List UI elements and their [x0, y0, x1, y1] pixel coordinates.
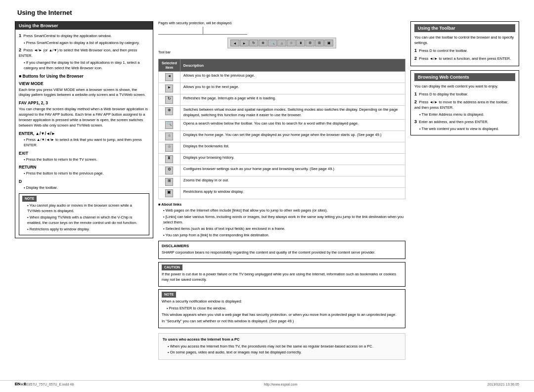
desc-cell-8: Configures browser settings such as your…	[180, 165, 405, 176]
enter-text: Press ▲/▼/◄/► to select a link that you …	[19, 137, 149, 148]
page-footer: LC-80LE857U_757U_657U_E.indd 48 http://w…	[0, 380, 534, 386]
icon-cell-9: ⊞	[159, 176, 180, 188]
table-row: ⚙ Configures browser settings such as yo…	[159, 165, 405, 176]
middle-column: Pages with security protection, will be …	[158, 21, 405, 360]
step1-bullet: Press SmartCentral again to display a li…	[19, 41, 149, 46]
bottom-bullet-1: On some pages, video and audio, text or …	[163, 350, 401, 355]
d-text: Display the toolbar.	[19, 185, 149, 191]
toolbar-section-title: Using the Toolbar	[414, 24, 515, 32]
footer-center: http://www.espial.com	[74, 383, 488, 386]
icon-cell-7: ⧗	[159, 154, 180, 165]
row-icon-6: ☆	[165, 144, 173, 152]
toolbar-step2: 2 Press ◄/► to select a function, and th…	[414, 55, 515, 62]
left-note-title: NOTE	[22, 196, 37, 202]
about-link-1: [Links] can take various forms, includin…	[158, 215, 405, 225]
note-bullet-0: You cannot play audio or movies in the b…	[22, 203, 146, 214]
icon-cell-2: ↻	[159, 94, 180, 106]
step2-num: 2	[19, 47, 21, 52]
mid-note-text2: This window appears when you visit a web…	[162, 312, 402, 318]
desc-cell-3: Switches between virtual mouse and spati…	[180, 106, 405, 120]
row-icon-1: ►	[165, 85, 173, 92]
step1-text: 1 Press SmartCentral to display the appl…	[19, 33, 149, 39]
tb-bookmark-icon[interactable]: ☆	[287, 40, 296, 46]
mid-note-title: NOTE	[162, 292, 176, 298]
row-icon-5: ⌂	[165, 132, 173, 140]
tb-back-icon[interactable]: ◄	[230, 40, 239, 46]
toolbar-intro: You can use the toolbar to control the b…	[414, 35, 515, 46]
browser-section: Using the Browser 1 Press SmartCentral t…	[15, 21, 153, 238]
footer-right: 2013/02/21 13:36:05	[488, 383, 519, 386]
desc-cell-4: Opens a search window below the toolbar.…	[180, 120, 405, 131]
note-bullet-1: When displaying TV/Web with a channel in…	[22, 215, 146, 226]
table-header-selected: Selected item	[159, 59, 180, 72]
about-link-0: Web pages on the Internet often include …	[158, 208, 405, 214]
row-icon-7: ⧗	[165, 155, 173, 163]
table-row: ▣ Restrictions apply to window display.	[159, 188, 405, 199]
bottom-bullet-0: When you access the Internet from this T…	[163, 344, 401, 349]
icon-cell-8: ⚙	[159, 165, 180, 176]
main-content: Using the Browser 1 Press SmartCentral t…	[15, 21, 519, 360]
icon-cell-1: ►	[159, 83, 180, 94]
desc-cell-9: Zooms the display in or out.	[180, 176, 405, 188]
about-link-2: Selected items (such as links of text in…	[158, 226, 405, 232]
toolbar-step1: 1 Press D to control the toolbar.	[414, 47, 515, 54]
table-row: ⊞ Zooms the display in or out.	[159, 176, 405, 188]
about-link-3: You can jump from a [link] to the corres…	[158, 233, 405, 238]
step2-bullet: If you changed the display to the list o…	[19, 60, 149, 71]
icon-cell-3: ⊕	[159, 106, 180, 120]
desc-cell-5: Displays the home page. You can set the …	[180, 131, 405, 142]
tb-history-icon[interactable]: ⧗	[296, 40, 305, 46]
browsing-step2-bullet: The Enter Address menu is displayed.	[414, 112, 515, 118]
tb-window-icon[interactable]: ▣	[324, 40, 333, 46]
mid-note-text0: When a security notification window is d…	[162, 299, 402, 305]
toolbar-right-section: Using the Toolbar You can use the toolba…	[410, 21, 519, 66]
row-icon-10: ▣	[165, 189, 173, 197]
icon-cell-5: ⌂	[159, 131, 180, 142]
table-row: ⊕ Switches between virtual mouse and spa…	[159, 106, 405, 120]
browsing-step3: 3 Enter an address, and then press ENTER…	[414, 119, 515, 125]
mid-note-box: NOTE When a security notification window…	[158, 289, 405, 328]
security-note: Pages with security protection, will be …	[158, 21, 405, 25]
table-header-description: Description	[180, 59, 405, 72]
left-column: Using the Browser 1 Press SmartCentral t…	[15, 21, 153, 360]
tb-refresh-icon[interactable]: ↻	[249, 40, 258, 46]
page: Using the Internet Using the Browser 1 P…	[0, 0, 534, 392]
mid-note-text3: In "Security" you can set whether or not…	[162, 319, 402, 324]
step1-num: 1	[19, 33, 21, 38]
bottom-box-title: To users who access the Internet from a …	[163, 337, 401, 342]
tb-home-icon[interactable]: ⌂	[277, 40, 286, 46]
tb-zoom-icon[interactable]: ⊞	[315, 40, 324, 46]
enter-heading: ENTER, ▲/▼/◄/►	[19, 131, 149, 136]
tb-search-icon[interactable]: 🔍	[268, 40, 277, 46]
note-bullet-2: Restrictions apply to window display.	[22, 227, 146, 232]
icon-cell-0: ◄	[159, 72, 180, 83]
fav-app-heading: FAV APP1, 2, 3	[19, 100, 149, 105]
table-row: ☆ Displays the bookmarks list.	[159, 142, 405, 154]
right-column: Using the Toolbar You can use the toolba…	[410, 21, 519, 360]
desc-cell-6: Displays the bookmarks list.	[180, 142, 405, 154]
fav-app-text: You can change the screen display method…	[19, 107, 149, 129]
table-row: 🔍 Opens a search window below the toolba…	[159, 120, 405, 131]
disclaimer-box: DISCLAIMERS SHARP corporation bears no r…	[158, 241, 405, 259]
table-row: ⧗ Displays your browsing history.	[159, 154, 405, 165]
row-icon-2: ↻	[165, 96, 173, 104]
desc-cell-1: Allows you to go to the next page.	[180, 83, 405, 94]
desc-cell-2: Refreshes the page. Interrupts a page wh…	[180, 94, 405, 106]
row-icon-0: ◄	[165, 73, 173, 81]
tb-fwd-icon[interactable]: ►	[240, 40, 249, 46]
table-row: ◄ Allows you to go back to the previous …	[159, 72, 405, 83]
browser-section-title: Using the Browser	[15, 22, 153, 30]
desc-cell-0: Allows you to go back to the previous pa…	[180, 72, 405, 83]
disclaimer-text: SHARP corporation bears no responsibilit…	[162, 250, 402, 256]
caution-box: CAUTION If the power is cut due to a pow…	[158, 262, 405, 287]
toolbar-label: Tool bar	[158, 50, 405, 54]
table-row: ► Allows you to go to the next page.	[159, 83, 405, 94]
caution-title: CAUTION	[162, 264, 182, 270]
tb-cursor-icon[interactable]: ⊕	[259, 40, 267, 46]
table-row: ⌂ Displays the home page. You can set th…	[159, 131, 405, 142]
tb-settings-icon[interactable]: ⚙	[306, 40, 314, 46]
about-links-title: ■ About links	[158, 202, 405, 207]
bottom-info-box: To users who access the Internet from a …	[158, 333, 405, 360]
left-note-box: NOTE You cannot play audio or movies in …	[19, 193, 149, 235]
page-title: Using the Internet	[15, 9, 519, 16]
